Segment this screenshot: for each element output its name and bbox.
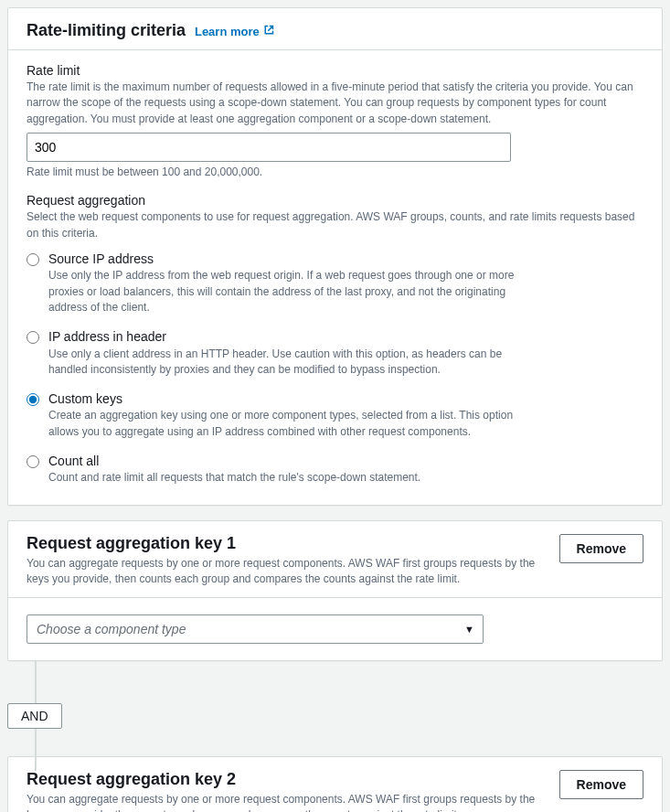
radio-desc: Use only a client address in an HTTP hea… [48, 347, 542, 379]
remove-button[interactable]: Remove [559, 770, 643, 799]
radio-title: Custom keys [48, 390, 542, 407]
radio-title: Count all [48, 453, 420, 469]
aggregation-key-panel-2: Request aggregation key 2 You can aggreg… [7, 756, 663, 812]
rate-limit-input[interactable] [27, 133, 511, 162]
select-placeholder: Choose a component type [27, 614, 484, 644]
radio-custom-keys[interactable] [27, 393, 39, 406]
learn-more-link[interactable]: Learn more [195, 25, 274, 38]
radio-desc: Count and rate limit all requests that m… [48, 470, 420, 486]
external-link-icon [263, 25, 274, 38]
key-title: Request aggregation key 1 [27, 534, 236, 553]
rate-limit-label: Rate limit [27, 63, 643, 78]
radio-title: IP address in header [48, 328, 542, 345]
chevron-down-icon: ▼ [464, 624, 474, 635]
component-type-select[interactable]: Choose a component type ▼ [27, 614, 484, 644]
radio-source-ip[interactable] [27, 253, 39, 266]
panel-body: Choose a component type ▼ [8, 598, 662, 660]
learn-more-label: Learn more [195, 25, 260, 38]
aggregation-radio-group: Source IP address Use only the IP addres… [27, 247, 643, 486]
aggregation-option-header-ip[interactable]: IP address in header Use only a client a… [27, 325, 643, 387]
rate-limit-description: The rate limit is the maximum number of … [27, 80, 643, 127]
key-title: Request aggregation key 2 [27, 770, 236, 789]
radio-title: Source IP address [48, 251, 542, 267]
aggregation-option-custom-keys[interactable]: Custom keys Create an aggregation key us… [27, 387, 643, 449]
panel-header: Request aggregation key 1 You can aggreg… [8, 521, 662, 598]
aggregation-option-count-all[interactable]: Count all Count and rate limit all reque… [27, 449, 643, 486]
remove-button[interactable]: Remove [559, 534, 643, 563]
radio-desc: Create an aggregation key using one or m… [48, 408, 542, 440]
radio-count-all[interactable] [27, 455, 39, 468]
radio-header-ip[interactable] [27, 331, 39, 344]
aggregation-label: Request aggregation [27, 193, 643, 208]
rate-limiting-criteria-panel: Rate-limiting criteria Learn more Rate l… [7, 7, 663, 506]
and-connector: AND [7, 676, 663, 756]
panel-body: Rate limit The rate limit is the maximum… [8, 50, 662, 505]
key-description: You can aggregate requests by one or mor… [27, 792, 545, 812]
and-label: AND [7, 703, 62, 729]
panel-header: Request aggregation key 2 You can aggreg… [8, 757, 662, 812]
rate-limit-constraint: Rate limit must be between 100 and 20,00… [27, 166, 643, 178]
aggregation-key-panel-1: Request aggregation key 1 You can aggreg… [7, 520, 663, 661]
panel-title: Rate-limiting criteria [27, 21, 186, 40]
key-description: You can aggregate requests by one or mor… [27, 556, 545, 588]
aggregation-option-source-ip[interactable]: Source IP address Use only the IP addres… [27, 247, 643, 325]
aggregation-description: Select the web request components to use… [27, 209, 643, 241]
panel-header: Rate-limiting criteria Learn more [8, 8, 662, 50]
radio-desc: Use only the IP address from the web req… [48, 268, 542, 315]
